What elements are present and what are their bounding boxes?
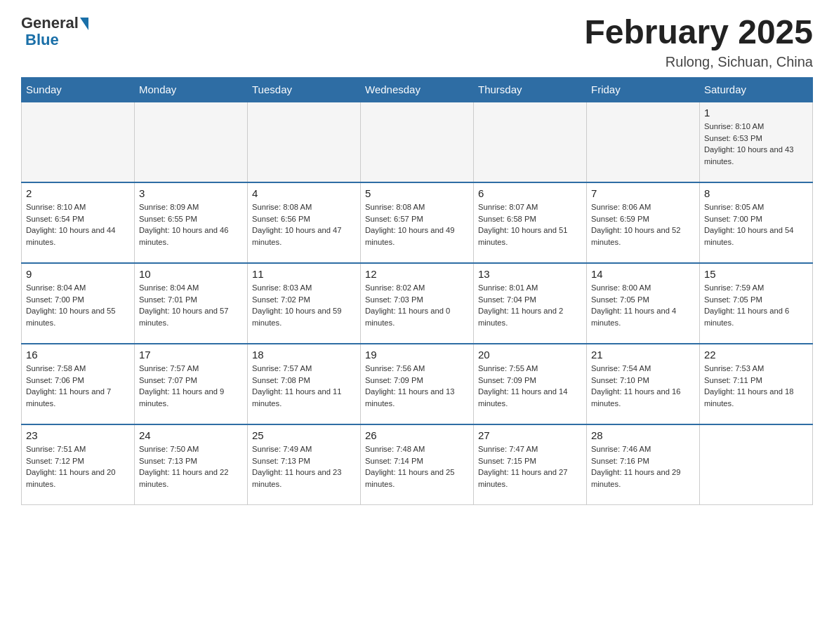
day-number: 13: [478, 268, 582, 280]
calendar-cell: 26Sunrise: 7:48 AM Sunset: 7:14 PM Dayli…: [361, 424, 474, 505]
day-info: Sunrise: 8:10 AM Sunset: 6:53 PM Dayligh…: [704, 121, 808, 168]
day-number: 3: [139, 187, 243, 199]
day-info: Sunrise: 7:53 AM Sunset: 7:11 PM Dayligh…: [704, 363, 808, 410]
header-cell-tuesday: Tuesday: [248, 77, 361, 102]
logo-general-text: General: [21, 14, 79, 32]
day-number: 22: [704, 349, 808, 361]
calendar-cell: 13Sunrise: 8:01 AM Sunset: 7:04 PM Dayli…: [474, 263, 587, 344]
calendar-cell: [22, 102, 135, 182]
day-info: Sunrise: 7:54 AM Sunset: 7:10 PM Dayligh…: [591, 363, 695, 410]
week-row-0: 1Sunrise: 8:10 AM Sunset: 6:53 PM Daylig…: [22, 102, 813, 182]
header-cell-wednesday: Wednesday: [361, 77, 474, 102]
day-number: 5: [365, 187, 469, 199]
calendar-cell: 10Sunrise: 8:04 AM Sunset: 7:01 PM Dayli…: [135, 263, 248, 344]
day-info: Sunrise: 8:04 AM Sunset: 7:00 PM Dayligh…: [26, 282, 130, 329]
calendar-cell: 28Sunrise: 7:46 AM Sunset: 7:16 PM Dayli…: [587, 424, 700, 505]
day-info: Sunrise: 7:47 AM Sunset: 7:15 PM Dayligh…: [478, 443, 582, 490]
day-number: 15: [704, 268, 808, 280]
day-info: Sunrise: 8:06 AM Sunset: 6:59 PM Dayligh…: [591, 201, 695, 248]
logo: General Blue: [21, 14, 88, 49]
day-number: 20: [478, 349, 582, 361]
calendar-cell: [135, 102, 248, 182]
header-cell-thursday: Thursday: [474, 77, 587, 102]
day-number: 7: [591, 187, 695, 199]
day-info: Sunrise: 8:05 AM Sunset: 7:00 PM Dayligh…: [704, 201, 808, 248]
page-header: General Blue February 2025 Rulong, Sichu…: [21, 14, 813, 70]
day-info: Sunrise: 7:57 AM Sunset: 7:08 PM Dayligh…: [252, 363, 356, 410]
calendar-subtitle: Rulong, Sichuan, China: [584, 54, 813, 70]
calendar-cell: 9Sunrise: 8:04 AM Sunset: 7:00 PM Daylig…: [22, 263, 135, 344]
calendar-cell: 11Sunrise: 8:03 AM Sunset: 7:02 PM Dayli…: [248, 263, 361, 344]
calendar-cell: [361, 102, 474, 182]
day-number: 9: [26, 268, 130, 280]
day-number: 2: [26, 187, 130, 199]
calendar-table: SundayMondayTuesdayWednesdayThursdayFrid…: [21, 77, 813, 506]
day-info: Sunrise: 7:56 AM Sunset: 7:09 PM Dayligh…: [365, 363, 469, 410]
header-cell-sunday: Sunday: [22, 77, 135, 102]
day-number: 26: [365, 429, 469, 441]
logo-arrow-icon: [80, 18, 88, 30]
day-number: 12: [365, 268, 469, 280]
day-info: Sunrise: 8:01 AM Sunset: 7:04 PM Dayligh…: [478, 282, 582, 329]
day-number: 4: [252, 187, 356, 199]
calendar-title: February 2025: [584, 14, 813, 51]
calendar-cell: 3Sunrise: 8:09 AM Sunset: 6:55 PM Daylig…: [135, 182, 248, 263]
calendar-cell: 7Sunrise: 8:06 AM Sunset: 6:59 PM Daylig…: [587, 182, 700, 263]
calendar-cell: 14Sunrise: 8:00 AM Sunset: 7:05 PM Dayli…: [587, 263, 700, 344]
day-info: Sunrise: 7:50 AM Sunset: 7:13 PM Dayligh…: [139, 443, 243, 490]
day-number: 19: [365, 349, 469, 361]
day-info: Sunrise: 7:58 AM Sunset: 7:06 PM Dayligh…: [26, 363, 130, 410]
calendar-cell: [248, 102, 361, 182]
title-block: February 2025 Rulong, Sichuan, China: [584, 14, 813, 70]
day-info: Sunrise: 8:09 AM Sunset: 6:55 PM Dayligh…: [139, 201, 243, 248]
logo-blue-text: Blue: [25, 31, 59, 49]
calendar-cell: 1Sunrise: 8:10 AM Sunset: 6:53 PM Daylig…: [700, 102, 813, 182]
week-row-4: 23Sunrise: 7:51 AM Sunset: 7:12 PM Dayli…: [22, 424, 813, 505]
calendar-cell: [474, 102, 587, 182]
day-info: Sunrise: 8:00 AM Sunset: 7:05 PM Dayligh…: [591, 282, 695, 329]
calendar-cell: 4Sunrise: 8:08 AM Sunset: 6:56 PM Daylig…: [248, 182, 361, 263]
day-number: 27: [478, 429, 582, 441]
calendar-cell: 5Sunrise: 8:08 AM Sunset: 6:57 PM Daylig…: [361, 182, 474, 263]
calendar-body: 1Sunrise: 8:10 AM Sunset: 6:53 PM Daylig…: [22, 102, 813, 505]
calendar-cell: [587, 102, 700, 182]
day-info: Sunrise: 7:48 AM Sunset: 7:14 PM Dayligh…: [365, 443, 469, 490]
header-cell-monday: Monday: [135, 77, 248, 102]
calendar-cell: 19Sunrise: 7:56 AM Sunset: 7:09 PM Dayli…: [361, 344, 474, 424]
day-number: 23: [26, 429, 130, 441]
calendar-cell: 18Sunrise: 7:57 AM Sunset: 7:08 PM Dayli…: [248, 344, 361, 424]
week-row-1: 2Sunrise: 8:10 AM Sunset: 6:54 PM Daylig…: [22, 182, 813, 263]
header-cell-saturday: Saturday: [700, 77, 813, 102]
calendar-cell: 2Sunrise: 8:10 AM Sunset: 6:54 PM Daylig…: [22, 182, 135, 263]
calendar-cell: 27Sunrise: 7:47 AM Sunset: 7:15 PM Dayli…: [474, 424, 587, 505]
calendar-cell: [700, 424, 813, 505]
day-number: 14: [591, 268, 695, 280]
calendar-header: SundayMondayTuesdayWednesdayThursdayFrid…: [22, 77, 813, 102]
day-info: Sunrise: 7:51 AM Sunset: 7:12 PM Dayligh…: [26, 443, 130, 490]
day-number: 1: [704, 107, 808, 119]
day-info: Sunrise: 8:08 AM Sunset: 6:57 PM Dayligh…: [365, 201, 469, 248]
calendar-cell: 6Sunrise: 8:07 AM Sunset: 6:58 PM Daylig…: [474, 182, 587, 263]
calendar-cell: 25Sunrise: 7:49 AM Sunset: 7:13 PM Dayli…: [248, 424, 361, 505]
calendar-cell: 24Sunrise: 7:50 AM Sunset: 7:13 PM Dayli…: [135, 424, 248, 505]
header-row: SundayMondayTuesdayWednesdayThursdayFrid…: [22, 77, 813, 102]
day-number: 18: [252, 349, 356, 361]
day-info: Sunrise: 8:10 AM Sunset: 6:54 PM Dayligh…: [26, 201, 130, 248]
day-info: Sunrise: 8:04 AM Sunset: 7:01 PM Dayligh…: [139, 282, 243, 329]
day-info: Sunrise: 7:46 AM Sunset: 7:16 PM Dayligh…: [591, 443, 695, 490]
calendar-cell: 20Sunrise: 7:55 AM Sunset: 7:09 PM Dayli…: [474, 344, 587, 424]
calendar-cell: 21Sunrise: 7:54 AM Sunset: 7:10 PM Dayli…: [587, 344, 700, 424]
header-cell-friday: Friday: [587, 77, 700, 102]
day-number: 24: [139, 429, 243, 441]
day-number: 17: [139, 349, 243, 361]
day-number: 11: [252, 268, 356, 280]
day-info: Sunrise: 8:03 AM Sunset: 7:02 PM Dayligh…: [252, 282, 356, 329]
day-number: 8: [704, 187, 808, 199]
calendar-cell: 15Sunrise: 7:59 AM Sunset: 7:05 PM Dayli…: [700, 263, 813, 344]
calendar-cell: 8Sunrise: 8:05 AM Sunset: 7:00 PM Daylig…: [700, 182, 813, 263]
day-info: Sunrise: 7:57 AM Sunset: 7:07 PM Dayligh…: [139, 363, 243, 410]
day-number: 21: [591, 349, 695, 361]
calendar-cell: 16Sunrise: 7:58 AM Sunset: 7:06 PM Dayli…: [22, 344, 135, 424]
day-info: Sunrise: 7:55 AM Sunset: 7:09 PM Dayligh…: [478, 363, 582, 410]
calendar-cell: 23Sunrise: 7:51 AM Sunset: 7:12 PM Dayli…: [22, 424, 135, 505]
